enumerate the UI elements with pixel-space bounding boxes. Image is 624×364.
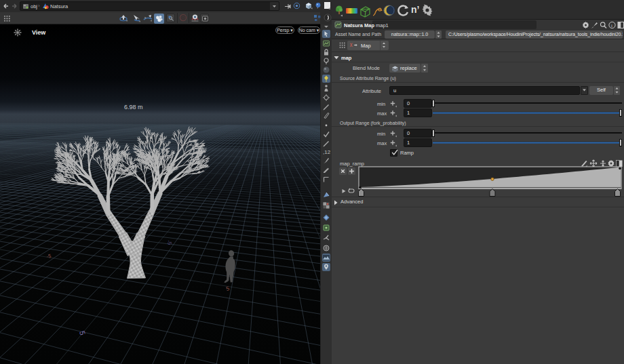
svg-text:-5: -5 — [46, 253, 52, 260]
svg-text:,12: ,12 — [323, 149, 330, 155]
svg-text:i: i — [611, 23, 612, 28]
svg-text:6.98 m: 6.98 m — [124, 104, 143, 110]
